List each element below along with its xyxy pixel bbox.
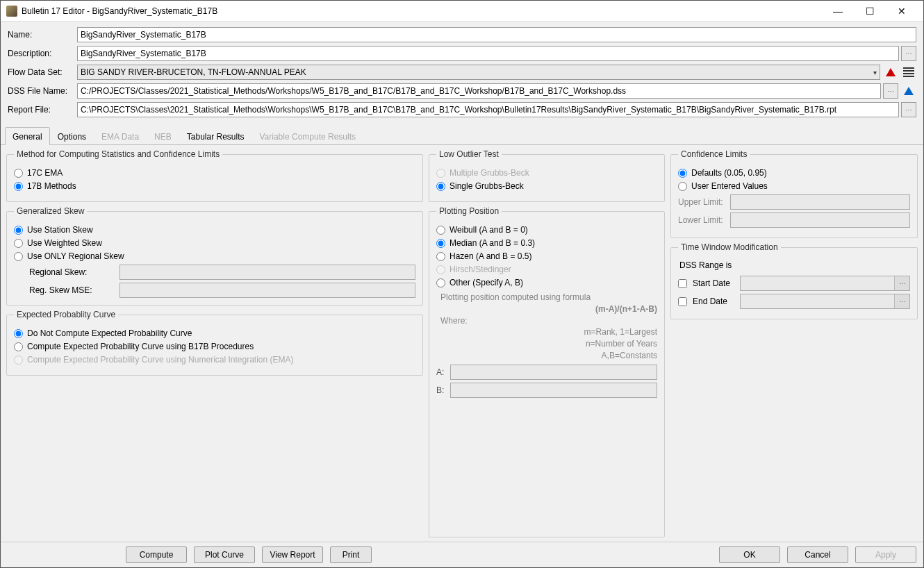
end-date-input: ⋯	[740, 294, 910, 309]
description-more-button[interactable]: ⋯	[901, 46, 916, 61]
maximize-button[interactable]: ☐	[854, 1, 886, 22]
plotting-position-group: Plotting Position Weibull (A and B = 0) …	[429, 206, 665, 537]
time-window-group: Time Window Modification DSS Range is St…	[670, 242, 918, 319]
method-legend: Method for Computing Statistics and Conf…	[14, 149, 222, 159]
radio-conf-user[interactable]: User Entered Values	[678, 181, 910, 191]
regional-skew-input	[119, 265, 415, 280]
radio-17c-ema[interactable]: 17C EMA	[14, 168, 415, 178]
lower-limit-input	[730, 212, 910, 228]
radio-multi-grubbs: Multiple Grubbs-Beck	[436, 168, 657, 178]
bulletin17-editor-window: Bulletin 17 Editor - BigSandyRiver_Syste…	[0, 0, 924, 568]
upper-limit-input	[730, 194, 910, 210]
time-window-legend: Time Window Modification	[678, 242, 781, 252]
plot-formula-info: Plotting position computed using formula…	[440, 292, 657, 362]
radio-station-skew[interactable]: Use Station Skew	[14, 225, 415, 235]
low-outlier-legend: Low Outlier Test	[436, 149, 502, 159]
radio-conf-defaults[interactable]: Defaults (0.05, 0.95)	[678, 168, 910, 178]
chevron-down-icon: ▾	[873, 69, 877, 76]
minimize-button[interactable]: —	[822, 1, 854, 22]
method-group: Method for Computing Statistics and Conf…	[6, 149, 423, 202]
tab-neb: NEB	[147, 127, 179, 145]
description-input[interactable]	[77, 46, 899, 61]
calendar-icon: ⋯	[894, 294, 909, 308]
table-icon[interactable]	[901, 65, 916, 80]
b-input	[450, 383, 657, 398]
radio-median[interactable]: Median (A and B = 0.3)	[436, 238, 657, 248]
radio-17b-methods[interactable]: 17B Methods	[14, 181, 415, 191]
name-label: Name:	[8, 30, 77, 40]
cancel-button[interactable]: Cancel	[787, 546, 848, 563]
radio-weibull[interactable]: Weibull (A and B = 0)	[436, 225, 657, 235]
b-label: B:	[436, 385, 450, 395]
flow-label: Flow Data Set:	[8, 67, 77, 77]
dss-file-input[interactable]	[77, 83, 881, 99]
radio-no-expected[interactable]: Do Not Compute Expected Probability Curv…	[14, 328, 415, 338]
tab-ema-data: EMA Data	[94, 127, 147, 145]
description-label: Description:	[8, 49, 77, 58]
app-icon	[6, 6, 17, 17]
lower-limit-label: Lower Limit:	[678, 215, 730, 225]
footer-bar: Compute Plot Curve View Report Print OK …	[1, 542, 923, 567]
dss-label: DSS File Name:	[8, 86, 77, 96]
a-label: A:	[436, 367, 450, 377]
report-label: Report File:	[8, 105, 77, 115]
start-date-label: Start Date	[693, 278, 736, 288]
a-input	[450, 365, 657, 380]
upper-limit-label: Upper Limit:	[678, 197, 730, 207]
print-button[interactable]: Print	[330, 546, 372, 563]
ok-button[interactable]: OK	[719, 546, 780, 563]
dss-plot-icon[interactable]	[901, 83, 916, 99]
radio-ema-expected: Compute Expected Probability Curve using…	[14, 355, 415, 365]
window-title: Bulletin 17 Editor - BigSandyRiver_Syste…	[22, 6, 822, 16]
flow-dataset-value: BIG SANDY RIVER-BRUCETON, TN-FLOW-ANNUAL…	[81, 67, 306, 77]
confidence-legend: Confidence Limits	[678, 149, 750, 159]
tab-variable-compute: Variable Compute Results	[252, 127, 364, 145]
name-input[interactable]	[77, 27, 916, 42]
radio-weighted-skew[interactable]: Use Weighted Skew	[14, 238, 415, 248]
radio-hazen[interactable]: Hazen (A and B = 0.5)	[436, 251, 657, 261]
svg-rect-2	[903, 73, 914, 74]
low-outlier-group: Low Outlier Test Multiple Grubbs-Beck Si…	[429, 149, 665, 202]
general-tab-content: Method for Computing Statistics and Conf…	[1, 145, 923, 542]
start-date-input: ⋯	[740, 276, 910, 291]
radio-other-ab[interactable]: Other (Specify A, B)	[436, 278, 657, 287]
skew-legend: Generalized Skew	[14, 206, 87, 216]
skew-group: Generalized Skew Use Station Skew Use We…	[6, 206, 423, 306]
radio-b17b-expected[interactable]: Compute Expected Probability Curve using…	[14, 342, 415, 351]
confidence-limits-group: Confidence Limits Defaults (0.05, 0.95) …	[670, 149, 918, 238]
report-browse-button[interactable]: ⋯	[901, 102, 916, 117]
plot-curve-button[interactable]: Plot Curve	[194, 546, 255, 563]
close-button[interactable]: ✕	[886, 1, 918, 22]
end-date-label: End Date	[693, 296, 736, 306]
dss-range-text: DSS Range is	[679, 260, 910, 270]
svg-rect-3	[903, 76, 914, 77]
reg-skew-mse-label: Reg. Skew MSE:	[29, 285, 119, 295]
end-date-checkbox[interactable]	[678, 297, 687, 306]
svg-rect-0	[903, 67, 914, 69]
svg-rect-1	[903, 70, 914, 72]
compute-button[interactable]: Compute	[126, 546, 187, 563]
tab-general[interactable]: General	[5, 127, 50, 145]
start-date-checkbox[interactable]	[678, 279, 687, 288]
radio-hirsch: Hirsch/Stedinger	[436, 265, 657, 274]
radio-single-grubbs[interactable]: Single Grubbs-Beck	[436, 181, 657, 191]
reg-skew-mse-input	[119, 283, 415, 298]
apply-button: Apply	[855, 546, 916, 563]
tab-options[interactable]: Options	[50, 127, 94, 145]
regional-skew-label: Regional Skew:	[29, 267, 119, 277]
radio-regional-skew[interactable]: Use ONLY Regional Skew	[14, 251, 415, 261]
dss-browse-button[interactable]: ⋯	[883, 83, 898, 99]
report-file-input[interactable]	[77, 102, 899, 117]
calendar-icon: ⋯	[894, 276, 909, 290]
expected-prob-legend: Expected Probablity Curve	[14, 310, 118, 319]
tab-tabular-results[interactable]: Tabular Results	[179, 127, 252, 145]
expected-prob-group: Expected Probablity Curve Do Not Compute…	[6, 310, 423, 376]
titlebar: Bulletin 17 Editor - BigSandyRiver_Syste…	[1, 1, 923, 22]
flow-dataset-select[interactable]: BIG SANDY RIVER-BRUCETON, TN-FLOW-ANNUAL…	[77, 65, 880, 80]
plot-icon[interactable]	[883, 65, 898, 80]
plotting-position-legend: Plotting Position	[436, 206, 502, 216]
header-form: Name: Description: ⋯ Flow Data Set: BIG …	[1, 22, 923, 124]
view-report-button[interactable]: View Report	[262, 546, 323, 563]
tab-bar: General Options EMA Data NEB Tabular Res…	[1, 126, 923, 145]
